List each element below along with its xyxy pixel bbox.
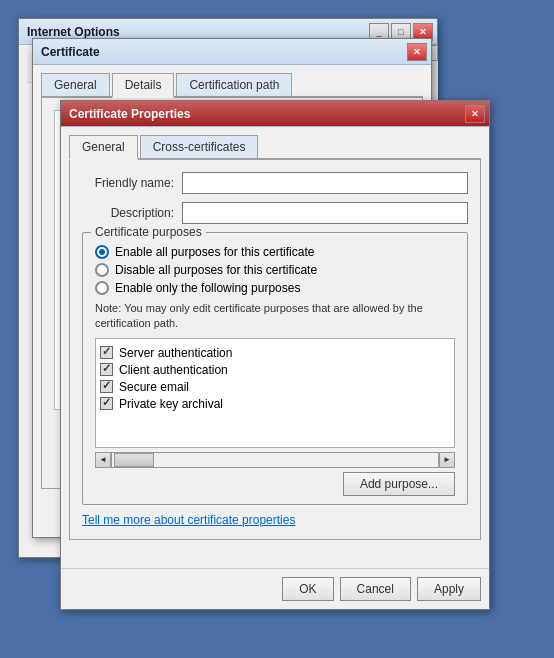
cert-props-tabs: General Cross-certificates — [69, 135, 481, 160]
cb-server-auth[interactable] — [100, 346, 113, 359]
checkbox-row-1: Client authentication — [100, 363, 450, 377]
cert-props-title-bar: Certificate Properties ✕ — [61, 101, 489, 127]
scroll-bar[interactable] — [111, 452, 439, 468]
cert-note: Note: You may only edit certificate purp… — [95, 301, 455, 332]
cert-props-title: Certificate Properties — [65, 107, 463, 121]
close-icon-io: ✕ — [419, 27, 427, 37]
link-container: Tell me more about certificate propertie… — [82, 513, 468, 527]
cb-private-key[interactable] — [100, 397, 113, 410]
cert-props-window: Certificate Properties ✕ General Cross-c… — [60, 100, 490, 610]
radio-enable-all[interactable] — [95, 245, 109, 259]
radio-label-2: Enable only the following purposes — [115, 281, 300, 295]
certificate-title-bar: Certificate ✕ — [33, 39, 431, 65]
cancel-button[interactable]: Cancel — [340, 577, 411, 601]
checkbox-row-3: Private key archival — [100, 397, 450, 411]
cb-client-auth[interactable] — [100, 363, 113, 376]
certificate-tabs: General Details Certification path — [41, 73, 423, 98]
close-btn-props[interactable]: ✕ — [465, 105, 485, 123]
radio-row-0: Enable all purposes for this certificate — [95, 245, 455, 259]
cert-props-link[interactable]: Tell me more about certificate propertie… — [82, 513, 295, 527]
cert-props-bottom-buttons: OK Cancel Apply — [61, 568, 489, 609]
maximize-icon: □ — [398, 27, 403, 37]
cert-props-content: General Cross-certificates Friendly name… — [61, 127, 489, 568]
group-box-legend: Certificate purposes — [91, 225, 206, 239]
cb-label-2: Secure email — [119, 380, 189, 394]
description-label: Description: — [82, 206, 182, 220]
scroll-thumb — [114, 453, 154, 467]
cb-label-0: Server authentication — [119, 346, 232, 360]
close-icon-props: ✕ — [471, 109, 479, 119]
radio-enable-only[interactable] — [95, 281, 109, 295]
close-btn-cert[interactable]: ✕ — [407, 43, 427, 61]
checkbox-row-0: Server authentication — [100, 346, 450, 360]
cert-purposes-group: Certificate purposes Enable all purposes… — [82, 232, 468, 505]
radio-label-0: Enable all purposes for this certificate — [115, 245, 314, 259]
friendly-name-row: Friendly name: — [82, 172, 468, 194]
tab-cross-certs[interactable]: Cross-certificates — [140, 135, 259, 158]
radio-disable-all[interactable] — [95, 263, 109, 277]
purposes-checkbox-list: Server authentication Client authenticat… — [95, 338, 455, 448]
radio-label-1: Disable all purposes for this certificat… — [115, 263, 317, 277]
scroll-right-arrow[interactable]: ► — [439, 452, 455, 468]
internet-options-title: Internet Options — [23, 25, 367, 39]
apply-button[interactable]: Apply — [417, 577, 481, 601]
radio-row-2: Enable only the following purposes — [95, 281, 455, 295]
cb-label-1: Client authentication — [119, 363, 228, 377]
tab-general-props[interactable]: General — [69, 135, 138, 160]
ok-button[interactable]: OK — [282, 577, 333, 601]
add-purpose-btn[interactable]: Add purpose... — [343, 472, 455, 496]
close-icon-cert: ✕ — [413, 47, 421, 57]
cert-props-body: General Cross-certificates Friendly name… — [61, 127, 489, 609]
scroll-area: ◄ ► — [95, 452, 455, 468]
friendly-name-input[interactable] — [182, 172, 468, 194]
add-purpose-container: Add purpose... — [95, 472, 455, 496]
checkbox-row-2: Secure email — [100, 380, 450, 394]
tab-certpath-cert[interactable]: Certification path — [176, 73, 292, 96]
cert-props-tab-content: Friendly name: Description: Certificate … — [69, 160, 481, 540]
radio-row-1: Disable all purposes for this certificat… — [95, 263, 455, 277]
minimize-icon: _ — [376, 27, 381, 37]
tab-details-cert[interactable]: Details — [112, 73, 175, 98]
scroll-left-arrow[interactable]: ◄ — [95, 452, 111, 468]
cb-label-3: Private key archival — [119, 397, 223, 411]
certificate-title: Certificate — [37, 45, 405, 59]
tab-general-cert[interactable]: General — [41, 73, 110, 96]
cb-secure-email[interactable] — [100, 380, 113, 393]
description-row: Description: — [82, 202, 468, 224]
description-input[interactable] — [182, 202, 468, 224]
friendly-name-label: Friendly name: — [82, 176, 182, 190]
